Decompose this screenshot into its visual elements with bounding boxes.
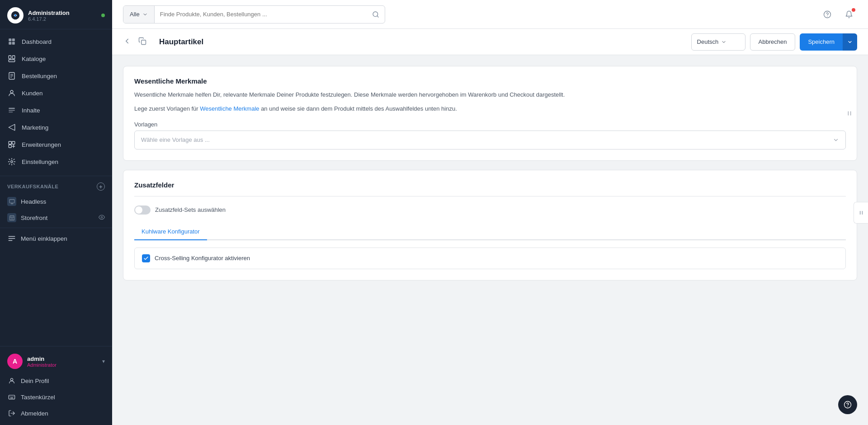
chevron-down-icon: ▾ — [102, 358, 105, 364]
marketing-icon — [7, 123, 16, 132]
notifications-button[interactable] — [841, 6, 857, 23]
svg-rect-7 — [13, 56, 15, 59]
profile-icon — [7, 376, 16, 385]
search-button[interactable] — [367, 6, 385, 23]
save-button[interactable]: Speichern — [800, 33, 843, 51]
wesentliche-merkmale-body: Wesentliche Merkmale Wesentliche Merkmal… — [123, 66, 857, 160]
wesentliche-merkmale-link[interactable]: Wesentliche Merkmale — [200, 105, 259, 112]
headless-icon — [7, 197, 16, 206]
notification-badge — [852, 8, 855, 12]
footer-tastenkuerzel[interactable]: Tastenkürzel — [0, 389, 112, 405]
copy-button[interactable] — [138, 37, 146, 47]
vorlagen-label: Vorlagen — [134, 121, 846, 128]
zusatzfelder-body: Zusatzfelder Zusatzfeld-Sets auswählen K… — [123, 170, 857, 280]
svg-rect-17 — [9, 141, 11, 144]
svg-point-34 — [827, 16, 828, 17]
sidebar-item-label: Marketing — [22, 124, 48, 131]
checkbox-label: Cross-Selling Konfigurator aktivieren — [155, 255, 250, 262]
logout-icon — [7, 409, 16, 418]
storefront-icon — [7, 213, 16, 222]
footer-profil[interactable]: Dein Profil — [0, 373, 112, 389]
topbar: Alle — [112, 0, 868, 29]
app-info: Administration 6.4.17.2 — [28, 9, 70, 22]
svg-rect-5 — [12, 42, 15, 45]
save-button-group: Speichern — [800, 33, 857, 51]
wesentliche-merkmale-title: Wesentliche Merkmale — [134, 77, 846, 85]
back-button[interactable] — [123, 37, 131, 47]
svg-point-41 — [847, 406, 848, 407]
sidebar-footer: A admin Administrator ▾ Dein Profil Tast… — [0, 346, 112, 425]
sidebar-item-label: Erweiterungen — [22, 141, 61, 148]
sidebar-item-dashboard[interactable]: Dashboard — [0, 33, 112, 50]
channel-label: Headless — [21, 198, 46, 205]
language-select[interactable]: Deutsch — [691, 33, 745, 51]
svg-rect-4 — [9, 42, 11, 45]
sidebar-item-label: Dashboard — [22, 38, 52, 45]
zusatzfelder-card: Zusatzfelder Zusatzfeld-Sets auswählen K… — [123, 170, 857, 280]
catalog-icon — [7, 54, 16, 63]
sidebar-item-label: Inhalte — [22, 107, 40, 114]
keyboard-icon — [7, 392, 16, 402]
sidebar-item-marketing[interactable]: Marketing — [0, 119, 112, 136]
verkaufskanaele-header: Verkaufskanäle + — [0, 178, 112, 193]
sidebar-item-kataloge[interactable]: Kataloge — [0, 50, 112, 67]
page-header: Hauptartikel Deutsch Abbrechen Speichern — [112, 29, 868, 55]
nav-divider — [0, 176, 112, 176]
checkbox-row[interactable]: Cross-Selling Konfigurator aktivieren — [134, 248, 846, 269]
admin-row[interactable]: A admin Administrator ▾ — [0, 350, 112, 373]
vorlagen-select[interactable]: Wähle eine Vorlage aus ... — [134, 131, 846, 149]
side-panel-button[interactable] — [854, 202, 868, 224]
svg-rect-2 — [9, 38, 11, 41]
help-chat-button[interactable] — [838, 395, 857, 414]
page-title: Hauptartikel — [159, 37, 203, 47]
search-filter-button[interactable]: Alle — [123, 6, 155, 23]
wesentliche-merkmale-card: Wesentliche Merkmale Wesentliche Merkmal… — [123, 66, 857, 161]
settings-icon — [7, 157, 16, 166]
help-button[interactable] — [819, 6, 835, 23]
sidebar-item-bestellungen[interactable]: Bestellungen — [0, 67, 112, 84]
admin-info: admin Administrator — [27, 355, 57, 368]
toggle-row: Zusatzfeld-Sets auswählen — [134, 205, 846, 215]
sidebar-item-label: Einstellungen — [22, 159, 58, 165]
sidebar-item-inhalte[interactable]: Inhalte — [0, 102, 112, 119]
eye-icon[interactable] — [99, 214, 105, 222]
customers-icon — [7, 89, 16, 98]
sidebar-item-label: Kataloge — [22, 56, 46, 62]
svg-rect-25 — [9, 395, 14, 399]
sidebar-item-storefront[interactable]: Storefront — [0, 210, 112, 226]
toggle-label: Zusatzfeld-Sets auswählen — [155, 206, 226, 213]
svg-rect-35 — [142, 40, 146, 44]
svg-rect-16 — [9, 112, 13, 112]
sidebar-item-einstellungen[interactable]: Einstellungen — [0, 153, 112, 170]
header-actions: Deutsch Abbrechen Speichern — [691, 33, 857, 51]
svg-rect-14 — [9, 108, 15, 109]
cancel-button[interactable]: Abbrechen — [750, 33, 796, 51]
search-input[interactable] — [155, 6, 367, 23]
orders-icon — [7, 71, 16, 80]
svg-point-24 — [10, 378, 13, 381]
sidebar-item-label: Kunden — [22, 90, 43, 97]
toggle-knob — [135, 206, 142, 214]
svg-point-23 — [101, 216, 103, 218]
sidebar-item-erweiterungen[interactable]: Erweiterungen — [0, 136, 112, 153]
panel-toggle-icon[interactable] — [842, 103, 857, 124]
svg-point-33 — [824, 11, 831, 18]
svg-rect-22 — [11, 218, 12, 220]
app-name: Administration — [28, 9, 70, 16]
wesentliche-merkmale-desc: Wesentliche Merkmale helfen Dir, relevan… — [134, 90, 846, 100]
save-dropdown-button[interactable] — [843, 33, 857, 51]
chevron-down-icon — [721, 39, 726, 45]
menu-collapse-button[interactable]: Menü einklappen — [0, 230, 112, 247]
sidebar-item-kunden[interactable]: Kunden — [0, 84, 112, 102]
tab-kuhlware[interactable]: Kuhlware Konfigurator — [134, 224, 207, 240]
app-version: 6.4.17.2 — [28, 16, 70, 22]
add-channel-button[interactable]: + — [97, 182, 105, 191]
checkbox-box[interactable] — [142, 254, 150, 262]
sidebar-item-headless[interactable]: Headless — [0, 193, 112, 210]
footer-abmelden[interactable]: Abmelden — [0, 405, 112, 421]
zusatzfeld-toggle[interactable] — [134, 205, 151, 215]
svg-rect-6 — [9, 56, 11, 59]
svg-rect-8 — [9, 60, 15, 62]
dashboard-icon — [7, 37, 16, 46]
divider — [134, 196, 846, 196]
